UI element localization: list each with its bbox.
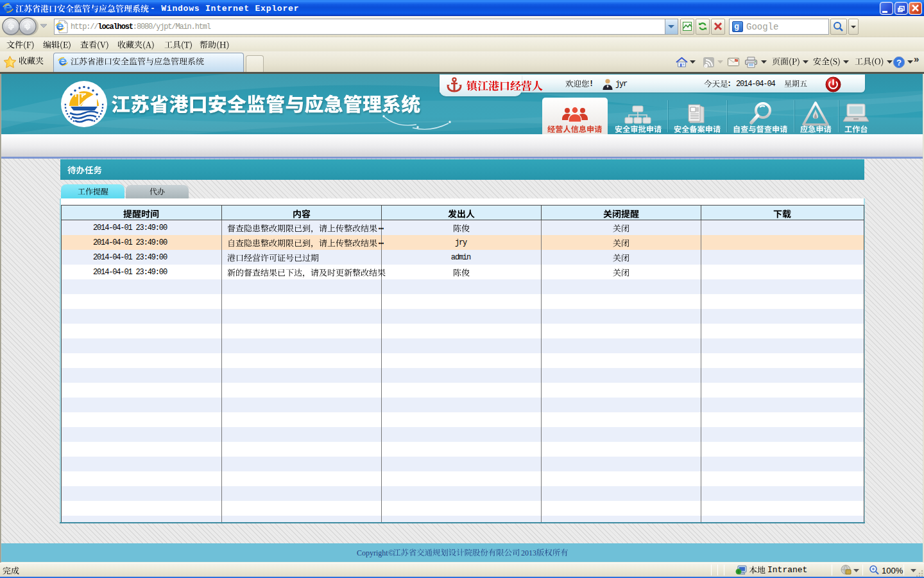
svg-text:?: ?	[896, 58, 902, 67]
